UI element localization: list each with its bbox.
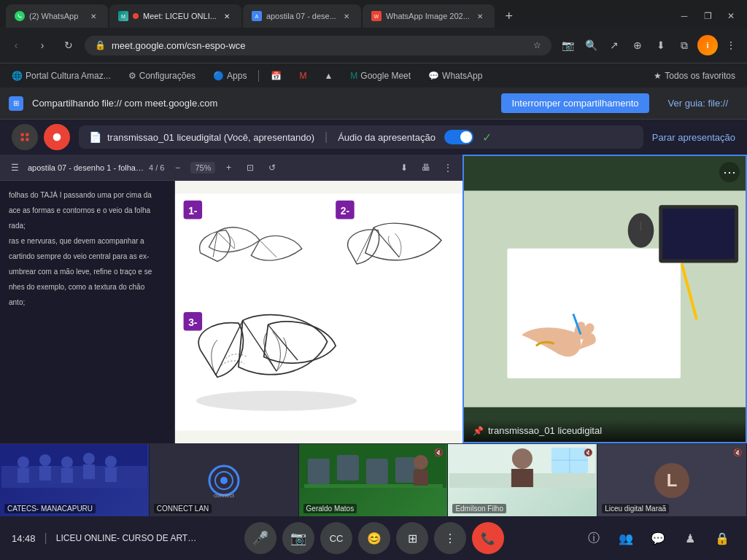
audio-toggle[interactable]: [444, 130, 473, 144]
participant-menu-button[interactable]: ⋯: [719, 162, 740, 182]
safety-button[interactable]: 🔒: [709, 525, 735, 551]
back-button[interactable]: ‹: [6, 35, 26, 55]
stop-sharing-button[interactable]: Interromper compartilhamento: [501, 93, 649, 113]
recording-controls: [12, 124, 70, 150]
more-doc-icon[interactable]: ⋮: [439, 159, 457, 176]
forward-button[interactable]: ›: [32, 35, 53, 55]
bookmark-portal[interactable]: 🌐 Portal Cultura Amaz...: [6, 68, 117, 84]
main-participant-video: ⋯ 📌 transmissao_01 liceudigital: [462, 155, 747, 443]
thumbnail-liceu[interactable]: L 🔇 Liceu digital Maraã: [597, 444, 747, 516]
info-button[interactable]: ⓘ: [581, 525, 607, 551]
record-button[interactable]: [44, 124, 70, 150]
tab-img[interactable]: W WhatsApp Image 202... ✕: [363, 4, 495, 28]
download-icon[interactable]: ⬇: [651, 35, 671, 55]
bookmark-calendar-icon: 📅: [271, 71, 282, 81]
microphone-button[interactable]: 🎤: [244, 522, 276, 554]
thumbnail-edmilson[interactable]: 🔇 Edmilson Filho: [448, 444, 597, 516]
new-tab-button[interactable]: +: [499, 6, 519, 26]
url-text: meet.google.com/csn-espo-wce: [112, 40, 527, 51]
refresh-button[interactable]: ↻: [58, 35, 79, 55]
svg-text:1-: 1-: [188, 205, 198, 217]
tab-doc[interactable]: A apostila 07 - dese... ✕: [243, 4, 361, 28]
slide-view: folhas do TAJÁ I passando uma por cima d…: [0, 181, 462, 443]
chat-button[interactable]: 💬: [645, 525, 671, 551]
stop-presentation-button[interactable]: Parar apresentação: [652, 132, 735, 143]
svg-rect-3: [26, 138, 28, 141]
close-window-button[interactable]: ✕: [721, 6, 741, 26]
menu-button[interactable]: ⋮: [721, 35, 741, 55]
bookmarks-bar: 🌐 Portal Cultura Amaz... ⚙ Configurações…: [0, 63, 747, 88]
svg-point-35: [220, 477, 228, 484]
stop-recording-button[interactable]: [12, 124, 38, 150]
security-lock-icon: 🔒: [95, 40, 106, 50]
sharing-banner: ⊞ Compartilhando file:// com meet.google…: [0, 88, 747, 120]
url-bar[interactable]: 🔒 meet.google.com/csn-espo-wce ☆: [85, 36, 551, 55]
bookmark-calendar[interactable]: 📅: [265, 68, 287, 84]
zoom-in-icon[interactable]: +: [220, 159, 237, 176]
audio-check-icon: ✓: [482, 131, 492, 144]
bookmark-meet[interactable]: M Google Meet: [344, 68, 417, 84]
bookmark-icon[interactable]: ⊕: [627, 35, 648, 55]
present-doc-icon: 📄: [89, 131, 101, 143]
view-guide-button[interactable]: Ver guia: file://: [658, 93, 738, 113]
tab-meet[interactable]: M Meet: LICEU ONLI... ✕: [109, 4, 241, 28]
svg-rect-26: [39, 466, 51, 481]
rotate-icon[interactable]: ↺: [263, 159, 281, 176]
bookmark-whatsapp[interactable]: 💬 WhatsApp: [422, 68, 488, 84]
search-icon[interactable]: 🔍: [581, 35, 601, 55]
url-action-icons: ☆: [533, 40, 541, 50]
liceu-avatar: L: [654, 463, 689, 498]
download-doc-icon[interactable]: ⬇: [395, 159, 413, 176]
restore-button[interactable]: ❐: [697, 6, 718, 26]
tab-title-meet: Meet: LICEU ONLI...: [143, 12, 217, 20]
tab-close-wa[interactable]: ✕: [88, 10, 99, 22]
more-options-button[interactable]: ⋮: [434, 522, 466, 554]
meet-time-sep: |: [44, 532, 47, 545]
address-bar: ‹ › ↻ 🔒 meet.google.com/csn-espo-wce ☆ 📷…: [0, 28, 747, 63]
end-call-button[interactable]: 📞: [472, 522, 504, 554]
thumbnail-catecs[interactable]: CATECS- MANACAPURU: [0, 444, 150, 516]
bookmark-gmail[interactable]: M: [293, 68, 312, 84]
svg-rect-0: [21, 133, 24, 136]
window-icon[interactable]: ⧉: [674, 35, 694, 55]
bookmark-apps[interactable]: 🔵 Apps: [207, 68, 252, 84]
bookmark-drive[interactable]: ▲: [318, 68, 338, 84]
present-button[interactable]: ⊞: [396, 522, 428, 554]
meet-topbar: 📄 transmissao_01 liceudigital (Você, apr…: [0, 120, 747, 155]
reaction-button[interactable]: 😊: [358, 522, 390, 554]
bookmark-star-icon[interactable]: ☆: [533, 40, 541, 50]
share-icon[interactable]: ↗: [604, 35, 624, 55]
svg-rect-44: [413, 470, 427, 486]
svg-rect-30: [83, 464, 95, 479]
doc-menu-icon[interactable]: ☰: [6, 159, 23, 176]
activities-button[interactable]: ♟: [677, 525, 703, 551]
thumbnail-geraldo[interactable]: 🔇 Geraldo Matos: [299, 444, 449, 516]
presentation-info-bar: 📄 transmissao_01 liceudigital (Você, apr…: [79, 125, 643, 149]
tab-close-doc[interactable]: ✕: [341, 10, 352, 22]
camera-button[interactable]: 📷: [282, 522, 314, 554]
captions-button[interactable]: CC: [320, 522, 352, 554]
bookmark-favorites-folder[interactable]: ★ Todos os favoritos: [648, 68, 741, 84]
thumbnail-connect-lan[interactable]: connect CONNECT LAN: [150, 444, 299, 516]
pin-icon: 📌: [473, 426, 484, 436]
camera-icon[interactable]: 📷: [557, 35, 578, 55]
profile-button[interactable]: i: [697, 35, 718, 55]
tab-whatsapp[interactable]: (2) WhatsApp ✕: [6, 4, 108, 28]
audio-label: Áudio da apresentação: [338, 132, 436, 143]
fit-page-icon[interactable]: ⊡: [241, 159, 259, 176]
svg-point-27: [61, 456, 73, 468]
svg-rect-2: [21, 138, 24, 141]
meet-time: 14:48: [12, 533, 36, 544]
tab-close-img[interactable]: ✕: [474, 10, 486, 22]
participants-button[interactable]: 👥: [613, 525, 639, 551]
meet-session-title: LICEU ONLINE- CURSO DE ARTES: DESENHO I.…: [56, 533, 202, 543]
separator: |: [325, 131, 328, 144]
minimize-button[interactable]: ─: [674, 6, 694, 26]
bookmark-config[interactable]: ⚙ Configurações: [123, 68, 201, 84]
tab-close-meet[interactable]: ✕: [221, 10, 233, 22]
svg-rect-40: [365, 459, 387, 484]
slide-text-panel: folhas do TAJÁ I passando uma por cima d…: [0, 181, 175, 443]
meet-controls: 🎤 📷 CC 😊 ⊞ ⋮ 📞: [244, 522, 504, 554]
zoom-out-icon[interactable]: −: [169, 159, 186, 176]
print-icon[interactable]: 🖶: [417, 159, 435, 176]
